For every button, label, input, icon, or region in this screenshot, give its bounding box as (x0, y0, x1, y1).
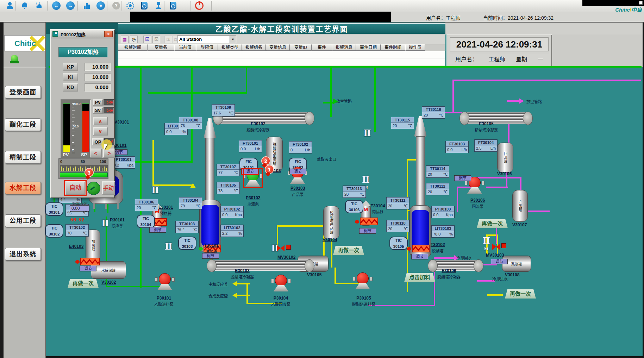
user-icon[interactable] (4, 1, 16, 11)
scale-label: 50.0 (73, 125, 79, 128)
forward-icon[interactable]: → (64, 1, 77, 11)
sidebar-edge (0, 23, 4, 358)
bar-pv-label: PV (63, 152, 69, 157)
bell-icon[interactable] (18, 1, 31, 11)
log-book-icon[interactable] (167, 1, 180, 11)
pv-value[interactable]: 0.00 (104, 99, 114, 106)
siren-icon[interactable]: \ | / (33, 1, 46, 11)
alarm-column-2[interactable]: 当前值 (174, 44, 196, 51)
output-slider[interactable]: 0 50 100 (58, 158, 108, 179)
scale-tick (72, 121, 74, 121)
alarm-column-11[interactable]: 事件时间 (381, 44, 405, 51)
alarm-table-header: 报警时间变量名当前值界限值报警类型报警组名变量信息变量ID事件报警消息事件日期事… (118, 44, 445, 51)
user-value: 工程师 (488, 55, 505, 63)
alarm-column-5[interactable]: 报警组名 (242, 44, 266, 51)
alarm-column-12[interactable]: 操作员 (405, 44, 425, 51)
kp-value[interactable]: 10.000 (85, 63, 111, 71)
increase-button[interactable]: ∧ (93, 117, 108, 125)
bargraph-panel: 100.050.00 PV SP (61, 99, 91, 158)
bar-sp-label: SP (81, 152, 87, 157)
stop-icon[interactable]: ■ (94, 1, 107, 11)
slider-tick (68, 168, 69, 171)
slider-tick (63, 168, 64, 171)
scale-tick (72, 114, 74, 114)
alarm-column-4[interactable]: 报警类型 (218, 44, 242, 51)
close-icon[interactable]: × (104, 31, 113, 37)
decrease-button[interactable]: ∨ (93, 127, 108, 136)
slider-tick (61, 167, 62, 171)
slider-tick (73, 168, 74, 171)
manual-button[interactable]: 手动 (102, 181, 115, 195)
network-gear-icon[interactable] (124, 1, 137, 11)
kd-value[interactable]: 0.000 (85, 83, 111, 92)
alarm-column-7[interactable]: 变量ID (290, 44, 312, 51)
datetime-display: 2021-04-26 12:09:31 (450, 37, 549, 51)
overlay-black-box (582, 0, 644, 6)
brand-logo: Chitic/中自 (615, 6, 642, 13)
bar-chart-icon[interactable] (80, 1, 93, 11)
clock-icon[interactable]: ◷ (130, 36, 138, 43)
alarm-table-body[interactable] (118, 51, 445, 67)
alarm-column-9[interactable]: 报警消息 (332, 44, 356, 51)
power-icon[interactable] (193, 1, 206, 11)
alarm-grid-icon[interactable]: ▦ (121, 36, 129, 43)
alarm-column-8[interactable]: 事件 (312, 44, 332, 51)
status-bar: 用户名：工程师 当前时间：2021-04-26 12:09:32 (0, 11, 644, 23)
alarm-column-6[interactable]: 变量信息 (266, 44, 290, 51)
top-right-filler2 (552, 34, 644, 67)
ki-button[interactable]: KI (63, 73, 78, 81)
cross-filter-icon[interactable]: ☒ (152, 36, 160, 43)
scale-tick (72, 142, 74, 143)
slider-fill[interactable] (60, 172, 108, 177)
tutorial-marker-3: 3 (85, 168, 94, 177)
alarm-column-3[interactable]: 界限值 (196, 44, 218, 51)
kd-button[interactable]: KD (63, 83, 78, 92)
person-pin-icon[interactable] (152, 1, 165, 11)
slider-tick (104, 167, 105, 171)
slider-tick (78, 168, 79, 171)
auto-button[interactable]: 自动 (65, 181, 85, 195)
alarm-toolbar: ▦ ◷ ☑ ☒ ⚿ ⚿ All Station ▼ (118, 34, 445, 44)
scale-tick (72, 135, 74, 136)
status-black-panel (130, 12, 391, 22)
lock-icon[interactable]: ⚿ (164, 36, 172, 43)
scale-tick (72, 107, 74, 107)
sidebar-item-4[interactable]: 水解工段 (5, 182, 41, 194)
week-label: 星期 (516, 55, 527, 63)
scale-tick (72, 139, 75, 139)
sidebar-item-5[interactable]: 公用工段 (5, 214, 41, 227)
status-led-icon (10, 55, 19, 64)
toolbar-separator (77, 1, 78, 11)
report-book-icon[interactable] (138, 1, 151, 11)
sidebar-item-2[interactable]: 酯化工段 (5, 118, 41, 131)
sidebar-divider (4, 67, 46, 68)
check-filter-icon[interactable]: ☑ (143, 36, 151, 43)
help-icon[interactable]: ? (110, 1, 123, 11)
window-border-bottom (46, 356, 644, 358)
slider-tick (94, 167, 95, 171)
kp-button[interactable]: KP (63, 63, 78, 71)
window-border-right (643, 23, 644, 358)
station-select[interactable]: All Station ▼ (177, 36, 236, 43)
sidebar-item-6[interactable]: 退出系统 (5, 248, 41, 260)
step-left-button[interactable]: < (90, 149, 102, 158)
user-label: 用户名： (455, 55, 478, 63)
sv-value[interactable]: 0.00 (104, 107, 114, 114)
toolbar-separator (107, 1, 107, 11)
sidebar-item-3[interactable]: 精制工段 (5, 151, 41, 164)
back-icon[interactable]: ← (50, 1, 63, 11)
sidebar-logo: Chitic (4, 35, 45, 51)
faceplate-header: P30102加热 (58, 47, 108, 57)
ki-value[interactable]: 10.000 (85, 73, 111, 81)
alarm-column-10[interactable]: 事件日期 (356, 44, 381, 51)
slider-tick (97, 168, 98, 171)
alarm-column-1[interactable]: 变量名 (148, 44, 174, 51)
scale-tick (72, 118, 75, 118)
week-value: 一 (538, 55, 543, 63)
mode-knob[interactable] (87, 182, 100, 195)
dialog-titlebar[interactable]: P30102加热 × (51, 30, 114, 38)
combo-dropdown-icon[interactable]: ▼ (230, 36, 236, 43)
alarm-column-0[interactable]: 报警时间 (118, 44, 148, 51)
slider-tick (102, 168, 102, 171)
sidebar-item-1[interactable]: 登录画面 (5, 86, 41, 99)
